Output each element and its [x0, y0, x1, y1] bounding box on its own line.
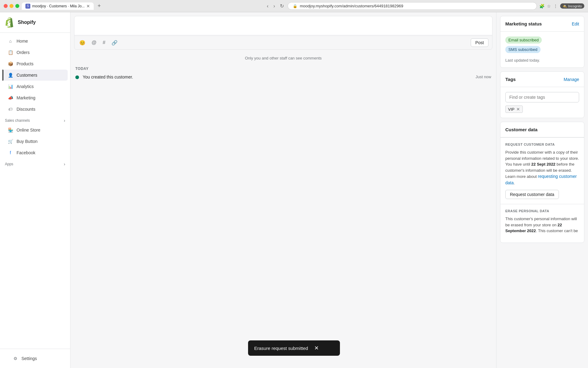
apps-chevron[interactable]: › [64, 162, 65, 167]
tags-body: VIP ✕ [500, 87, 584, 118]
customer-data-header: Customer data [500, 122, 584, 137]
erase-data-label: ERASE PERSONAL DATA [505, 209, 579, 213]
request-data-description: Provide this customer with a copy of the… [505, 149, 579, 186]
apps-header: Apps › [0, 159, 70, 168]
toast-message: Erasure request submitted [254, 346, 308, 351]
browser-menu-button[interactable]: ⋮ [553, 4, 558, 9]
customers-icon: 👤 [7, 72, 13, 78]
tags-list: VIP ✕ [505, 105, 579, 113]
sidebar-item-discounts[interactable]: 🏷 Discounts [2, 104, 68, 115]
browser-tab[interactable]: S moodjoy · Customers · Mila Jo... ✕ [22, 2, 94, 10]
tags-header: Tags Manage [500, 72, 584, 87]
browser-traffic-lights [4, 4, 19, 8]
customer-data-title: Customer data [505, 127, 537, 132]
sidebar-item-label: Buy Button [17, 139, 38, 144]
sidebar-item-home[interactable]: ⌂ Home [2, 36, 68, 47]
right-panel: Marketing status Edit Email subscribed S… [496, 12, 588, 368]
sidebar-item-online-store[interactable]: 🏪 Online Store [2, 125, 68, 136]
settings-label: Settings [21, 356, 37, 361]
incognito-icon: 🕵 [563, 4, 567, 8]
url-bar[interactable]: 🔒 moodjoy.myshopify.com/admin/customers/… [288, 2, 537, 10]
tag-remove-button[interactable]: ✕ [516, 107, 520, 112]
erase-data-section: ERASE PERSONAL DATA This customer's pers… [500, 204, 584, 243]
timeline-date-label: TODAY [75, 67, 491, 71]
marketing-icon: 📣 [7, 95, 13, 101]
tab-close-icon[interactable]: ✕ [86, 4, 90, 9]
link-button[interactable]: 🔗 [110, 39, 119, 47]
marketing-status-body: Email subscribed SMS subscribed Last upd… [500, 32, 584, 67]
sidebar-item-label: Analytics [17, 84, 34, 89]
timeline-section: TODAY You created this customer. Just no… [70, 63, 496, 83]
sidebar-item-buy-button[interactable]: 🛒 Buy Button [2, 136, 68, 147]
tag-label: VIP [508, 107, 514, 112]
extensions-button[interactable]: 🧩 [539, 4, 545, 9]
marketing-status-header: Marketing status Edit [500, 16, 584, 32]
comment-toolbar: 😊 @ # 🔗 Post [74, 36, 492, 49]
incognito-label: Incognito [568, 4, 582, 8]
toast-close-button[interactable]: ✕ [314, 345, 319, 351]
sidebar-item-products[interactable]: 📦 Products [2, 58, 68, 69]
bookmark-button[interactable]: ☆ [547, 4, 551, 9]
sidebar-item-label: Products [17, 61, 33, 66]
tags-input[interactable] [505, 92, 579, 102]
browser-chrome: S moodjoy · Customers · Mila Jo... ✕ + ‹… [0, 0, 588, 12]
timeline-event-time: Just now [476, 75, 491, 79]
marketing-status-card: Marketing status Edit Email subscribed S… [500, 16, 584, 68]
sidebar-item-label: Home [17, 39, 28, 44]
sidebar-item-orders[interactable]: 📋 Orders [2, 47, 68, 58]
request-data-section: REQUEST CUSTOMER DATA Provide this custo… [500, 137, 584, 204]
erase-data-description: This customer's personal information wil… [505, 216, 579, 234]
request-customer-data-button[interactable]: Request customer data [505, 190, 559, 199]
mention-button[interactable]: @ [90, 39, 98, 47]
comment-hint: Only you and other staff can see comment… [70, 53, 496, 63]
sales-channels-chevron[interactable]: › [64, 118, 65, 123]
sidebar-item-label: Facebook [17, 150, 35, 155]
timeline-dot [75, 75, 79, 79]
sidebar-footer: ⚙ Settings [0, 349, 70, 368]
discounts-icon: 🏷 [7, 106, 13, 112]
toast-notification: Erasure request submitted ✕ [248, 340, 340, 356]
hashtag-button[interactable]: # [101, 39, 107, 47]
tags-card: Tags Manage VIP ✕ [500, 71, 584, 118]
sidebar-item-analytics[interactable]: 📊 Analytics [2, 81, 68, 92]
apps-label: Apps [5, 162, 13, 166]
tag-chip-vip: VIP ✕ [505, 105, 523, 113]
marketing-status-edit-link[interactable]: Edit [572, 21, 579, 26]
request-date: 22 Sept 2022 [531, 162, 556, 167]
tags-manage-link[interactable]: Manage [564, 77, 579, 82]
close-dot[interactable] [4, 4, 8, 8]
tab-label: moodjoy · Customers · Mila Jo... [32, 4, 85, 8]
marketing-status-title: Marketing status [505, 21, 542, 26]
forward-button[interactable]: › [272, 3, 276, 10]
emoji-button[interactable]: 😊 [78, 39, 87, 47]
sidebar-item-label: Online Store [17, 128, 40, 132]
products-icon: 📦 [7, 61, 13, 67]
post-button[interactable]: Post [471, 38, 488, 47]
sidebar-navigation: ⌂ Home 📋 Orders 📦 Products 👤 Customers 📊 [0, 33, 70, 349]
sidebar-item-facebook[interactable]: f Facebook [2, 147, 68, 158]
comment-input[interactable] [74, 16, 492, 35]
back-button[interactable]: ‹ [266, 3, 270, 10]
sidebar-item-settings[interactable]: ⚙ Settings [7, 353, 63, 364]
comment-box: 😊 @ # 🔗 Post [74, 16, 492, 50]
online-store-icon: 🏪 [7, 127, 13, 133]
sidebar-item-label: Orders [17, 50, 30, 55]
sidebar-item-customers[interactable]: 👤 Customers [2, 70, 68, 81]
sms-badge: SMS subscribed [505, 46, 541, 53]
sidebar-item-label: Marketing [17, 95, 35, 100]
maximize-dot[interactable] [15, 4, 19, 8]
sidebar-item-marketing[interactable]: 📣 Marketing [2, 92, 68, 103]
minimize-dot[interactable] [9, 4, 13, 8]
sidebar-item-label: Customers [17, 73, 37, 78]
shopify-logo-icon [5, 17, 15, 28]
last-updated-text: Last updated today. [505, 58, 579, 63]
email-subscribed-badge: Email subscribed [505, 36, 579, 46]
sales-channels-label: Sales channels [5, 118, 30, 123]
tags-title: Tags [505, 77, 516, 82]
shopify-wordmark: Shopify [18, 20, 36, 25]
timeline-event: You created this customer. Just now [75, 75, 491, 79]
settings-icon: ⚙ [12, 355, 18, 362]
app-layout: Shopify ⌂ Home 📋 Orders 📦 Products 👤 Cus… [0, 12, 588, 368]
new-tab-button[interactable]: + [96, 3, 102, 9]
reload-button[interactable]: ↻ [279, 2, 285, 10]
